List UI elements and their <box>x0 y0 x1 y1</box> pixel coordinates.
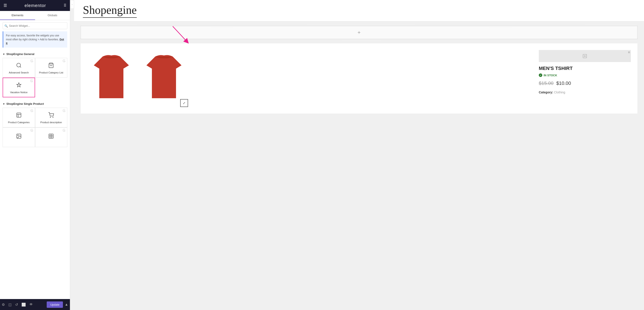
section-shopengine-general[interactable]: ▼ ShopEngine General <box>0 50 70 58</box>
brand-logo: elementor <box>24 3 46 8</box>
product-name: MEN'S TSHIRT <box>539 66 631 71</box>
bag-widget-icon <box>48 62 54 70</box>
info-box-text: For easy access, favorite the widgets yo… <box>6 34 60 41</box>
search-input[interactable] <box>3 22 67 29</box>
svg-point-10 <box>64 110 65 111</box>
search-widget-icon <box>16 62 22 70</box>
section-label-2: ShopEngine Single Product <box>6 102 44 106</box>
eye-icon[interactable]: 👁 <box>29 302 33 306</box>
fav-icon <box>30 60 34 63</box>
panel-header: ☰ elementor ⠿ <box>0 0 70 11</box>
panel-tabs: Elements Globals <box>0 11 70 20</box>
widget-placeholder-bar: ⊞ <box>539 50 631 62</box>
corner-icon: ⊞ <box>628 51 630 54</box>
category-label: Category: <box>539 90 553 94</box>
layers-icon[interactable]: ◫ <box>8 302 12 307</box>
collapse-panel-tab[interactable]: ‹ <box>70 0 74 9</box>
svg-line-2 <box>20 66 21 68</box>
widget-advanced-search[interactable]: Advanced Search <box>3 58 35 78</box>
chevron-up-icon[interactable]: ▲ <box>65 302 68 306</box>
cart-widget-icon <box>48 112 54 119</box>
product-section: ⤢ ⊞ MEN'S TSHIRT ✓ IN STOCK $15.00 $10.0… <box>81 44 638 114</box>
widget-vacation-notice[interactable]: Vacation Notice <box>3 78 35 97</box>
tab-elements[interactable]: Elements <box>0 11 35 20</box>
site-header: Shopengine <box>74 0 644 22</box>
tshirt-svg-1 <box>90 52 133 105</box>
update-button[interactable]: Update <box>47 302 63 308</box>
search-area: 🔍 <box>0 20 70 31</box>
price-sale: $10.00 <box>556 80 571 86</box>
expand-icon: ⤢ <box>183 101 186 105</box>
product-image-2: ⤢ <box>140 50 188 107</box>
responsive-icon[interactable]: ⬜ <box>22 302 26 307</box>
svg-point-0 <box>32 60 32 62</box>
widget-label-product-description: Product description <box>40 121 62 124</box>
widget-label-advanced-search: Advanced Search <box>9 71 29 74</box>
hamburger-icon[interactable]: ☰ <box>4 3 7 8</box>
widget-placeholder-2[interactable] <box>35 128 68 147</box>
tshirt-svg-2 <box>142 52 186 105</box>
fav-icon-3 <box>30 79 33 83</box>
check-circle-icon: ✓ <box>539 74 542 77</box>
widget-label-product-categories: Product Categories <box>8 121 30 124</box>
svg-point-3 <box>64 60 65 62</box>
add-section-icon: + <box>358 30 360 36</box>
svg-point-24 <box>584 56 586 57</box>
collapse-icon: ‹ <box>72 3 72 6</box>
category-value: Clothing <box>554 90 565 94</box>
widget-placeholder-1[interactable] <box>3 128 35 147</box>
svg-point-6 <box>32 110 32 111</box>
expand-button[interactable]: ⤢ <box>180 99 188 107</box>
settings-icon[interactable]: ⚙ <box>2 302 5 307</box>
toolbar-left: ⚙ ◫ ↺ ⬜ 👁 <box>2 302 33 307</box>
grid-icon[interactable]: ⠿ <box>64 3 66 8</box>
widget-grid-single-product: Product Categories Product description <box>0 108 70 150</box>
price-original: $15.00 <box>539 80 554 86</box>
site-title: Shopengine <box>83 4 137 18</box>
svg-point-5 <box>31 80 32 81</box>
section-shopengine-single-product[interactable]: ▼ ShopEngine Single Product <box>0 100 70 108</box>
svg-point-13 <box>32 130 32 131</box>
widget-product-category-list[interactable]: Product Category List <box>35 58 68 78</box>
chevron-icon-2: ▼ <box>3 102 5 105</box>
widget-label-product-category-list: Product Category List <box>39 71 63 74</box>
product-info: ⊞ MEN'S TSHIRT ✓ IN STOCK $15.00 $10.00 … <box>539 50 631 107</box>
fav-icon-7 <box>63 129 66 133</box>
price-area: $15.00 $10.00 <box>539 80 631 86</box>
widget-product-description[interactable]: Product description <box>35 108 68 128</box>
svg-point-1 <box>17 63 20 67</box>
box-widget-icon <box>16 112 22 119</box>
history-icon[interactable]: ↺ <box>15 302 18 307</box>
product-images: ⤢ <box>87 50 532 107</box>
sparkle-widget-icon <box>16 82 22 89</box>
in-stock-label: IN STOCK <box>544 74 557 77</box>
fav-icon-2 <box>63 60 66 63</box>
tab-globals[interactable]: Globals <box>35 11 70 20</box>
widget-label-vacation-notice: Vacation Notice <box>10 91 28 94</box>
info-box: For easy access, favorite the widgets yo… <box>3 31 67 48</box>
table-widget-icon <box>48 133 54 140</box>
product-image-1 <box>87 50 136 107</box>
search-wrapper: 🔍 <box>3 22 67 29</box>
drop-zone[interactable]: + <box>81 26 638 39</box>
svg-point-11 <box>50 117 51 118</box>
category-info: Category: Clothing <box>539 90 631 94</box>
svg-point-16 <box>64 130 65 131</box>
svg-point-12 <box>53 117 53 118</box>
in-stock-badge: ✓ IN STOCK <box>539 74 631 77</box>
panel-content: ▼ ShopEngine General Advanced Search <box>0 50 70 299</box>
widget-product-categories[interactable]: Product Categories <box>3 108 35 128</box>
chevron-icon: ▼ <box>3 53 5 56</box>
widget-grid-general: Advanced Search Product Category List <box>0 58 70 100</box>
fav-icon-5 <box>63 109 66 113</box>
canvas-area: Shopengine + ⤢ <box>74 0 644 310</box>
svg-rect-7 <box>17 113 21 117</box>
left-panel: ☰ elementor ⠿ Elements Globals 🔍 For eas… <box>0 0 70 310</box>
section-label: ShopEngine General <box>6 52 34 56</box>
bottom-toolbar: ⚙ ◫ ↺ ⬜ 👁 Update ▲ <box>0 299 70 310</box>
svg-rect-23 <box>583 54 587 58</box>
fav-icon-4 <box>30 109 34 113</box>
placeholder-widget-icon <box>582 54 587 58</box>
fav-icon-6 <box>30 129 34 133</box>
svg-point-15 <box>18 135 18 136</box>
